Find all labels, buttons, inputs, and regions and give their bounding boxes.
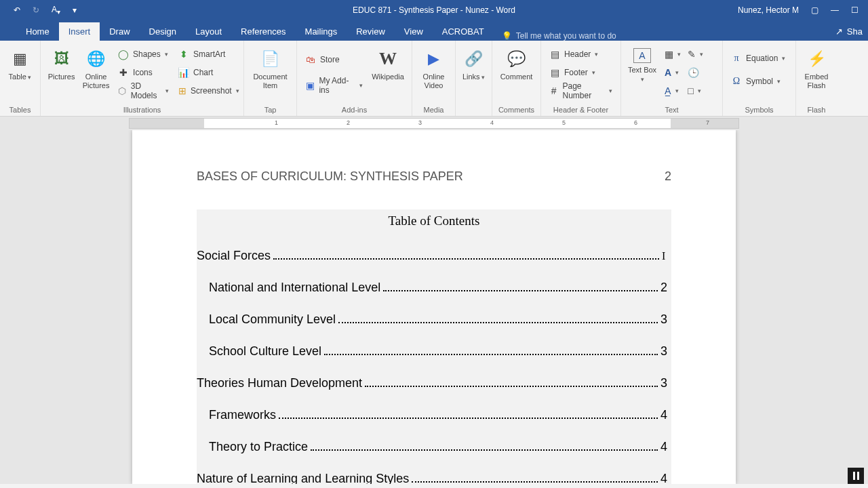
addins-icon: ▣ (305, 80, 315, 91)
signature-button[interactable]: ✎ (685, 46, 704, 62)
smartart-button[interactable]: ⬍SmartArt (176, 46, 238, 62)
symbol-label: Symbol (746, 77, 773, 86)
maximize-icon[interactable]: ☐ (851, 5, 859, 15)
tell-me-search[interactable]: 💡 Tell me what you want to do (494, 31, 616, 41)
tab-insert[interactable]: Insert (59, 22, 100, 41)
toc-title: Table of Contents (197, 214, 671, 228)
store-icon: 🛍 (305, 54, 316, 65)
models-label: 3D Models (131, 81, 161, 100)
tab-design[interactable]: Design (140, 22, 186, 41)
embed-flash-button[interactable]: ⚡ Embed Flash (802, 46, 831, 89)
tab-references[interactable]: References (231, 22, 295, 41)
toc-entry[interactable]: Nature of Learning and Learning Styles4 (197, 472, 671, 484)
share-icon: ↗ (835, 26, 843, 37)
3d-models-button[interactable]: ⬡3D Models (115, 83, 172, 99)
pause-button[interactable] (848, 468, 864, 484)
ruler[interactable]: 1 2 3 4 5 6 7 (0, 117, 868, 130)
my-addins-button[interactable]: ▣My Add-ins (302, 77, 366, 94)
header-label: Header (564, 49, 591, 59)
symbol-button[interactable]: ΩSymbol (728, 73, 790, 89)
ruler-mark-6: 6 (634, 119, 637, 126)
pictures-button[interactable]: 🖼 Pictures (46, 46, 77, 81)
minimize-icon[interactable]: — (831, 5, 839, 15)
textbox-icon: A (633, 48, 651, 63)
toc-entry[interactable]: National and International Level2 (197, 281, 671, 295)
toc-entry-page: 4 (660, 440, 667, 454)
group-text: Text (627, 104, 717, 116)
ruler-mark-3: 3 (418, 119, 422, 126)
screenshot-button[interactable]: ⊞Screenshot (176, 83, 238, 99)
window-title: EDUC 871 - Synthesis Paper - Nunez - Wor… (353, 5, 515, 15)
toc-leader-dots (383, 281, 658, 291)
tab-view[interactable]: View (395, 22, 433, 41)
page[interactable]: BASES OF CURRICULUM: SYNTHESIS PAPER 2 T… (132, 130, 736, 484)
toc-entry-page (662, 249, 667, 263)
toc-leader-dots (338, 312, 658, 323)
tab-draw[interactable]: Draw (100, 22, 139, 41)
myaddins-label: My Add-ins (319, 76, 355, 95)
toc-entry[interactable]: School Culture Level3 (197, 344, 671, 359)
icons-button[interactable]: ✚Icons (115, 64, 172, 81)
tab-layout[interactable]: Layout (186, 22, 231, 41)
undo-icon[interactable]: ↶ (14, 5, 20, 15)
qat-more-icon[interactable]: ▾ (73, 5, 77, 15)
font-quick-icon[interactable]: A▾ (52, 5, 60, 16)
online-pictures-button[interactable]: 🌐 Online Pictures (81, 46, 111, 89)
tab-mailings[interactable]: Mailings (296, 22, 347, 41)
online-video-button[interactable]: ▶ Online Video (418, 46, 450, 89)
page-number-button[interactable]: #Page Number (547, 83, 615, 99)
comment-button[interactable]: 💬 Comment (498, 46, 535, 81)
chart-button[interactable]: 📊Chart (176, 64, 238, 81)
ribbon-tabs: Home Insert Draw Design Layout Reference… (0, 20, 868, 41)
redo-icon[interactable]: ↻ (33, 5, 39, 15)
ribbon-options-icon[interactable]: ▢ (811, 5, 818, 15)
wordart-button[interactable]: A (662, 64, 681, 81)
smartart-label: SmartArt (193, 49, 225, 59)
group-media: Media (418, 104, 450, 116)
pagenum-label: Page Number (563, 81, 606, 100)
running-head: BASES OF CURRICULUM: SYNTHESIS PAPER (197, 169, 463, 184)
tab-home[interactable]: Home (16, 22, 59, 41)
quickparts-icon: ▦ (665, 49, 673, 60)
screenshot-label: Screenshot (191, 86, 232, 96)
store-button[interactable]: 🛍Store (302, 52, 366, 68)
table-button[interactable]: ▦ Table (5, 46, 35, 81)
toc-entry[interactable]: Local Community Level3 (197, 312, 671, 327)
document-item-button[interactable]: 📄 Document Item (250, 46, 291, 89)
equation-button[interactable]: πEquation (728, 50, 790, 66)
toc-entry-text: School Culture Level (209, 344, 321, 359)
links-button[interactable]: 🔗 Links (461, 46, 486, 81)
document-area[interactable]: BASES OF CURRICULUM: SYNTHESIS PAPER 2 T… (0, 130, 868, 484)
toc-entry[interactable]: Theory to Practice4 (197, 440, 671, 454)
object-button[interactable]: □ (685, 83, 704, 99)
tab-acrobat[interactable]: ACROBAT (433, 22, 494, 41)
dropcap-icon: A̲ (665, 85, 671, 96)
group-tap: Tap (250, 104, 291, 116)
toc-field[interactable]: Table of Contents Social ForcesNational … (197, 209, 671, 484)
screenshot-icon: ⊞ (178, 85, 186, 96)
toc-entry[interactable]: Frameworks4 (197, 408, 671, 422)
datetime-icon: 🕒 (688, 67, 698, 78)
toc-entry-text: Theory to Practice (209, 440, 308, 454)
chart-label: Chart (193, 68, 213, 77)
datetime-button[interactable]: 🕒 (685, 64, 704, 81)
smartart-icon: ⬍ (178, 49, 189, 60)
ruler-mark-4: 4 (490, 119, 494, 126)
user-name[interactable]: Nunez, Hector M (738, 5, 799, 15)
toc-entry-text: Frameworks (209, 408, 276, 422)
pagenumber-icon: # (549, 85, 559, 96)
footer-button[interactable]: ▤Footer (547, 64, 615, 81)
ruler-mark-5: 5 (562, 119, 566, 126)
header-button[interactable]: ▤Header (547, 46, 615, 62)
toc-entry[interactable]: Theories Human Development3 (197, 376, 671, 390)
tab-review[interactable]: Review (347, 22, 395, 41)
ruler-mark-7: 7 (706, 119, 709, 126)
text-box-button[interactable]: A Text Box (627, 46, 658, 83)
dropcap-button[interactable]: A̲ (662, 83, 681, 99)
shapes-button[interactable]: ◯Shapes (115, 46, 172, 62)
quickparts-button[interactable]: ▦ (662, 46, 681, 62)
wikipedia-button[interactable]: W Wikipedia (370, 46, 406, 81)
page-number: 2 (665, 169, 671, 184)
share-button[interactable]: ↗ Sha (835, 26, 868, 41)
toc-entry[interactable]: Social Forces (197, 249, 671, 263)
